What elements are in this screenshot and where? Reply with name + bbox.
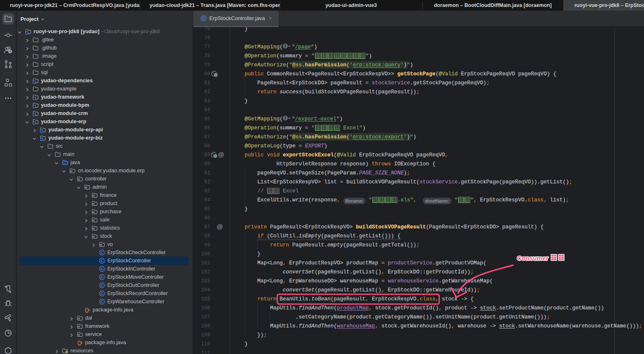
- svg-text:Consumer: Consumer: [517, 255, 549, 262]
- svg-text:C: C: [101, 299, 104, 304]
- svg-text:C: C: [101, 250, 104, 255]
- svg-text:C: C: [101, 266, 104, 271]
- svg-text:C: C: [101, 283, 104, 287]
- svg-text:C: C: [101, 275, 104, 279]
- svg-text:?: ?: [9, 50, 11, 54]
- svg-text:C: C: [101, 291, 104, 295]
- svg-text:C: C: [202, 16, 205, 20]
- svg-text:C: C: [101, 258, 104, 263]
